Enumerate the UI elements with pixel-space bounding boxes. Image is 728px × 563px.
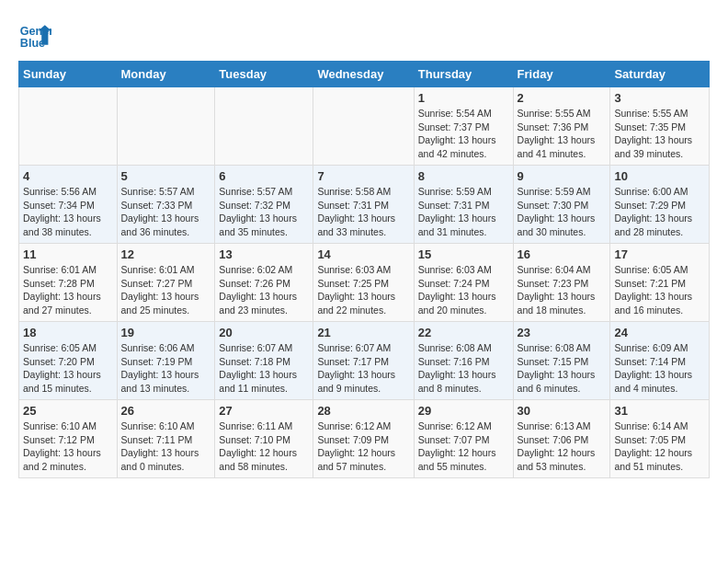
cell-info: Sunrise: 5:58 AMSunset: 7:31 PMDaylight:… bbox=[317, 185, 409, 239]
header-day-tuesday: Tuesday bbox=[215, 62, 313, 87]
cell-info: Sunrise: 5:57 AMSunset: 7:33 PMDaylight:… bbox=[121, 185, 211, 239]
calendar-cell: 23Sunrise: 6:08 AMSunset: 7:15 PMDayligh… bbox=[513, 322, 610, 400]
day-number: 3 bbox=[614, 91, 705, 105]
day-number: 11 bbox=[23, 247, 113, 261]
day-number: 12 bbox=[121, 247, 211, 261]
cell-info: Sunrise: 6:11 AMSunset: 7:10 PMDaylight:… bbox=[219, 419, 309, 474]
days-row: SundayMondayTuesdayWednesdayThursdayFrid… bbox=[19, 62, 710, 87]
header-day-saturday: Saturday bbox=[610, 62, 710, 87]
day-number: 14 bbox=[317, 247, 409, 261]
day-number: 26 bbox=[121, 404, 211, 418]
cell-info: Sunrise: 6:01 AMSunset: 7:27 PMDaylight:… bbox=[121, 263, 211, 317]
calendar-cell: 10Sunrise: 6:00 AMSunset: 7:29 PMDayligh… bbox=[610, 166, 710, 244]
day-number: 29 bbox=[418, 404, 509, 418]
cell-info: Sunrise: 6:10 AMSunset: 7:12 PMDaylight:… bbox=[23, 419, 113, 474]
day-number: 24 bbox=[614, 326, 705, 339]
cell-info: Sunrise: 6:08 AMSunset: 7:15 PMDaylight:… bbox=[518, 341, 607, 396]
week-row-3: 11Sunrise: 6:01 AMSunset: 7:28 PMDayligh… bbox=[19, 244, 710, 322]
calendar-cell: 12Sunrise: 6:01 AMSunset: 7:27 PMDayligh… bbox=[117, 244, 215, 322]
calendar-body: 1Sunrise: 5:54 AMSunset: 7:37 PMDaylight… bbox=[19, 87, 710, 478]
cell-info: Sunrise: 6:05 AMSunset: 7:20 PMDaylight:… bbox=[23, 341, 113, 396]
calendar-cell: 20Sunrise: 6:07 AMSunset: 7:18 PMDayligh… bbox=[215, 322, 313, 400]
header-day-wednesday: Wednesday bbox=[313, 62, 414, 87]
week-row-4: 18Sunrise: 6:05 AMSunset: 7:20 PMDayligh… bbox=[19, 322, 710, 400]
cell-info: Sunrise: 6:09 AMSunset: 7:14 PMDaylight:… bbox=[614, 341, 705, 396]
cell-info: Sunrise: 6:03 AMSunset: 7:24 PMDaylight:… bbox=[418, 263, 509, 317]
calendar-cell: 14Sunrise: 6:03 AMSunset: 7:25 PMDayligh… bbox=[313, 244, 414, 322]
calendar-cell: 19Sunrise: 6:06 AMSunset: 7:19 PMDayligh… bbox=[117, 322, 215, 400]
day-number: 21 bbox=[317, 326, 409, 339]
page-header: General Blue bbox=[18, 18, 710, 52]
cell-info: Sunrise: 6:04 AMSunset: 7:23 PMDaylight:… bbox=[518, 263, 607, 317]
calendar-cell: 31Sunrise: 6:14 AMSunset: 7:05 PMDayligh… bbox=[610, 400, 710, 478]
calendar-cell: 11Sunrise: 6:01 AMSunset: 7:28 PMDayligh… bbox=[19, 244, 118, 322]
day-number: 8 bbox=[418, 169, 509, 183]
cell-info: Sunrise: 6:00 AMSunset: 7:29 PMDaylight:… bbox=[614, 185, 705, 239]
day-number: 22 bbox=[418, 326, 509, 339]
cell-info: Sunrise: 6:03 AMSunset: 7:25 PMDaylight:… bbox=[317, 263, 409, 317]
day-number: 7 bbox=[317, 169, 409, 183]
cell-info: Sunrise: 6:12 AMSunset: 7:07 PMDaylight:… bbox=[418, 419, 509, 474]
cell-info: Sunrise: 6:07 AMSunset: 7:18 PMDaylight:… bbox=[219, 341, 309, 396]
svg-text:Blue: Blue bbox=[20, 37, 45, 50]
cell-info: Sunrise: 6:06 AMSunset: 7:19 PMDaylight:… bbox=[121, 341, 211, 396]
calendar-cell: 7Sunrise: 5:58 AMSunset: 7:31 PMDaylight… bbox=[313, 166, 414, 244]
calendar-cell: 6Sunrise: 5:57 AMSunset: 7:32 PMDaylight… bbox=[215, 166, 313, 244]
calendar-cell: 21Sunrise: 6:07 AMSunset: 7:17 PMDayligh… bbox=[313, 322, 414, 400]
cell-info: Sunrise: 6:02 AMSunset: 7:26 PMDaylight:… bbox=[219, 263, 309, 317]
calendar-cell: 26Sunrise: 6:10 AMSunset: 7:11 PMDayligh… bbox=[117, 400, 215, 478]
cell-info: Sunrise: 6:07 AMSunset: 7:17 PMDaylight:… bbox=[317, 341, 409, 396]
calendar-cell: 27Sunrise: 6:11 AMSunset: 7:10 PMDayligh… bbox=[215, 400, 313, 478]
calendar-cell: 18Sunrise: 6:05 AMSunset: 7:20 PMDayligh… bbox=[19, 322, 118, 400]
cell-info: Sunrise: 5:54 AMSunset: 7:37 PMDaylight:… bbox=[418, 107, 509, 161]
week-row-5: 25Sunrise: 6:10 AMSunset: 7:12 PMDayligh… bbox=[19, 400, 710, 478]
calendar-table: SundayMondayTuesdayWednesdayThursdayFrid… bbox=[18, 61, 710, 478]
day-number: 15 bbox=[418, 247, 509, 261]
calendar-cell: 2Sunrise: 5:55 AMSunset: 7:36 PMDaylight… bbox=[513, 87, 610, 166]
cell-info: Sunrise: 5:57 AMSunset: 7:32 PMDaylight:… bbox=[219, 185, 309, 239]
day-number: 25 bbox=[23, 404, 113, 418]
cell-info: Sunrise: 6:12 AMSunset: 7:09 PMDaylight:… bbox=[317, 419, 409, 474]
day-number: 31 bbox=[614, 404, 705, 418]
header-day-monday: Monday bbox=[117, 62, 215, 87]
calendar-cell bbox=[19, 87, 118, 166]
day-number: 16 bbox=[518, 247, 607, 261]
day-number: 19 bbox=[121, 326, 211, 339]
cell-info: Sunrise: 6:13 AMSunset: 7:06 PMDaylight:… bbox=[518, 419, 607, 474]
cell-info: Sunrise: 6:01 AMSunset: 7:28 PMDaylight:… bbox=[23, 263, 113, 317]
header-day-sunday: Sunday bbox=[19, 62, 118, 87]
calendar-cell: 24Sunrise: 6:09 AMSunset: 7:14 PMDayligh… bbox=[610, 322, 710, 400]
header-day-friday: Friday bbox=[513, 62, 610, 87]
day-number: 28 bbox=[317, 404, 409, 418]
calendar-cell bbox=[313, 87, 414, 166]
day-number: 1 bbox=[418, 91, 509, 105]
day-number: 6 bbox=[219, 169, 309, 183]
calendar-cell bbox=[215, 87, 313, 166]
calendar-header: SundayMondayTuesdayWednesdayThursdayFrid… bbox=[19, 62, 710, 87]
week-row-2: 4Sunrise: 5:56 AMSunset: 7:34 PMDaylight… bbox=[19, 166, 710, 244]
cell-info: Sunrise: 6:14 AMSunset: 7:05 PMDaylight:… bbox=[614, 419, 705, 474]
cell-info: Sunrise: 5:55 AMSunset: 7:35 PMDaylight:… bbox=[614, 107, 705, 161]
day-number: 2 bbox=[518, 91, 607, 105]
cell-info: Sunrise: 6:10 AMSunset: 7:11 PMDaylight:… bbox=[121, 419, 211, 474]
header-day-thursday: Thursday bbox=[414, 62, 513, 87]
cell-info: Sunrise: 5:59 AMSunset: 7:31 PMDaylight:… bbox=[418, 185, 509, 239]
calendar-cell: 5Sunrise: 5:57 AMSunset: 7:33 PMDaylight… bbox=[117, 166, 215, 244]
cell-info: Sunrise: 5:56 AMSunset: 7:34 PMDaylight:… bbox=[23, 185, 113, 239]
day-number: 20 bbox=[219, 326, 309, 339]
day-number: 18 bbox=[23, 326, 113, 339]
calendar-cell: 9Sunrise: 5:59 AMSunset: 7:30 PMDaylight… bbox=[513, 166, 610, 244]
calendar-cell: 15Sunrise: 6:03 AMSunset: 7:24 PMDayligh… bbox=[414, 244, 513, 322]
cell-info: Sunrise: 5:55 AMSunset: 7:36 PMDaylight:… bbox=[518, 107, 607, 161]
cell-info: Sunrise: 6:05 AMSunset: 7:21 PMDaylight:… bbox=[614, 263, 705, 317]
calendar-cell: 13Sunrise: 6:02 AMSunset: 7:26 PMDayligh… bbox=[215, 244, 313, 322]
calendar-cell: 17Sunrise: 6:05 AMSunset: 7:21 PMDayligh… bbox=[610, 244, 710, 322]
cell-info: Sunrise: 6:08 AMSunset: 7:16 PMDaylight:… bbox=[418, 341, 509, 396]
day-number: 10 bbox=[614, 169, 705, 183]
calendar-cell: 25Sunrise: 6:10 AMSunset: 7:12 PMDayligh… bbox=[19, 400, 118, 478]
day-number: 27 bbox=[219, 404, 309, 418]
day-number: 5 bbox=[121, 169, 211, 183]
calendar-cell bbox=[117, 87, 215, 166]
day-number: 4 bbox=[23, 169, 113, 183]
day-number: 23 bbox=[518, 326, 607, 339]
